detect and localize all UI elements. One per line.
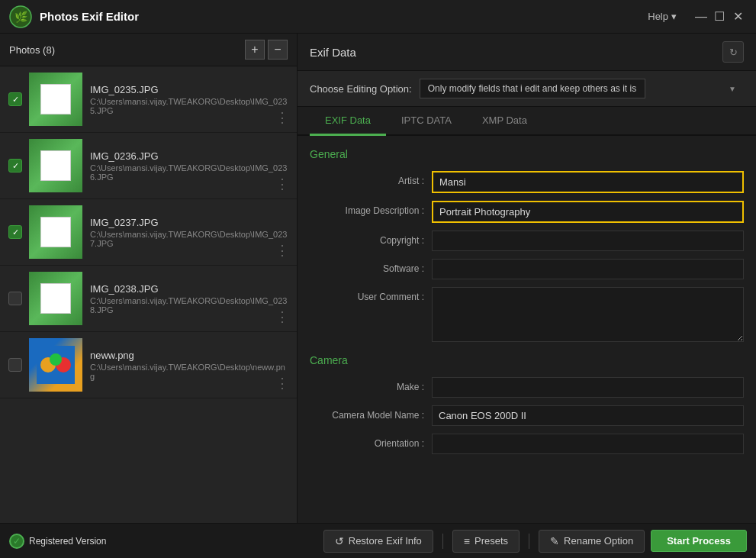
image-description-input[interactable]: [432, 201, 744, 223]
photo-checkbox-3[interactable]: ✓: [8, 224, 23, 240]
orientation-row: Orientation :: [310, 434, 744, 454]
software-input[interactable]: [432, 259, 744, 279]
make-label: Make :: [310, 377, 432, 392]
editing-option-select[interactable]: Only modify fields that i edit and keep …: [420, 79, 645, 98]
photo-filename: IMG_0237.JPG: [90, 217, 289, 228]
svg-text:🌿: 🌿: [14, 11, 28, 24]
separator-2: [529, 534, 529, 549]
photo-filename: neww.png: [90, 350, 289, 361]
editing-option-label: Choose Editing Option:: [310, 83, 412, 95]
make-row: Make :: [310, 377, 744, 398]
photo-filename: IMG_0238.JPG: [90, 283, 289, 295]
photo-path: C:\Users\mansi.vijay.TWEAKORG\Desktop\IM…: [90, 163, 289, 182]
minimize-button[interactable]: —: [692, 8, 710, 26]
right-panel: Exif Data ↻ Choose Editing Option: Only …: [298, 34, 756, 523]
photo-path: C:\Users\mansi.vijay.TWEAKORG\Desktop\IM…: [90, 97, 289, 115]
software-label: Software :: [310, 259, 432, 274]
orientation-input[interactable]: [432, 434, 744, 454]
tab-exif-data[interactable]: EXIF Data: [310, 107, 386, 136]
presets-button[interactable]: ≡ Presets: [452, 530, 520, 553]
registered-badge: ✓ Registered Version: [9, 534, 317, 549]
artist-label: Artist :: [310, 171, 432, 186]
photo-checkbox-5[interactable]: [8, 357, 23, 373]
app-title: Photos Exif Editor: [40, 10, 648, 23]
photos-count-label: Photos (8): [9, 44, 242, 56]
photos-list: ✓ IMG_0235.JPG C:\Users\mansi.vijay.TWEA…: [0, 66, 297, 523]
more-options-icon[interactable]: ⋮: [275, 242, 289, 259]
help-button[interactable]: Help ▾: [648, 11, 677, 22]
photo-thumbnail-4: [29, 272, 82, 325]
artist-row: Artist :: [310, 171, 744, 193]
form-area: General Artist : Image Description : Cop…: [298, 136, 756, 523]
separator: [442, 534, 443, 549]
general-section: General Artist : Image Description : Cop…: [310, 148, 744, 342]
list-item[interactable]: IMG_0238.JPG C:\Users\mansi.vijay.TWEAKO…: [0, 266, 297, 332]
software-row: Software :: [310, 259, 744, 279]
general-section-title: General: [310, 148, 744, 160]
rename-icon: ✎: [550, 535, 559, 547]
app-logo: 🌿: [9, 5, 32, 28]
close-button[interactable]: ✕: [729, 8, 747, 26]
camera-model-input[interactable]: [432, 405, 744, 426]
artist-input[interactable]: [432, 171, 744, 193]
photo-thumbnail-1: [29, 73, 82, 126]
more-options-icon[interactable]: ⋮: [275, 176, 289, 192]
list-item[interactable]: ✓ IMG_0237.JPG C:\Users\mansi.vijay.TWEA…: [0, 199, 297, 266]
remove-photo-button[interactable]: −: [268, 40, 288, 60]
start-process-button[interactable]: Start Process: [651, 530, 747, 552]
copyright-input[interactable]: [432, 231, 744, 251]
more-options-icon[interactable]: ⋮: [275, 375, 289, 392]
camera-model-label: Camera Model Name :: [310, 405, 432, 421]
camera-section-title: Camera: [310, 354, 744, 366]
list-item[interactable]: ✓ IMG_0236.JPG C:\Users\mansi.vijay.TWEA…: [0, 133, 297, 199]
exif-data-title: Exif Data: [310, 46, 356, 59]
list-item[interactable]: neww.png C:\Users\mansi.vijay.TWEAKORG\D…: [0, 332, 297, 398]
registered-label: Registered Version: [29, 536, 106, 547]
maximize-button[interactable]: ☐: [710, 8, 729, 26]
svg-point-5: [50, 353, 62, 366]
photo-checkbox-1[interactable]: ✓: [8, 92, 23, 107]
exif-header: Exif Data ↻: [298, 34, 756, 71]
photo-checkbox-2[interactable]: ✓: [8, 158, 23, 173]
photo-filename: IMG_0236.JPG: [90, 150, 289, 162]
orientation-label: Orientation :: [310, 434, 432, 449]
editing-option-select-wrapper: Only modify fields that i edit and keep …: [420, 79, 744, 98]
tabs-row: EXIF Data IPTC DATA XMP Data: [298, 107, 756, 136]
tab-xmp-data[interactable]: XMP Data: [467, 107, 542, 136]
camera-section: Camera Make : Camera Model Name : Orient…: [310, 354, 744, 454]
photo-path: C:\Users\mansi.vijay.TWEAKORG\Desktop\IM…: [90, 230, 289, 248]
photos-header: Photos (8) + −: [0, 34, 297, 66]
registered-icon: ✓: [9, 534, 24, 549]
refresh-button[interactable]: ↻: [722, 41, 744, 63]
restore-icon: ↺: [335, 535, 344, 547]
restore-exif-button[interactable]: ↺ Restore Exif Info: [323, 530, 433, 553]
title-bar: 🌿 Photos Exif Editor Help ▾ — ☐ ✕: [0, 0, 756, 34]
image-description-row: Image Description :: [310, 201, 744, 223]
editing-option-row: Choose Editing Option: Only modify field…: [298, 71, 756, 107]
photo-path: C:\Users\mansi.vijay.TWEAKORG\Desktop\ne…: [90, 363, 289, 381]
user-comment-label: User Comment :: [310, 287, 432, 302]
photo-thumbnail-5: [29, 338, 82, 392]
presets-icon: ≡: [464, 535, 470, 547]
copyright-label: Copyright :: [310, 231, 432, 246]
add-photo-button[interactable]: +: [245, 40, 265, 60]
left-panel: Photos (8) + − ✓ IMG_0235.JPG C:\Users\m…: [0, 34, 298, 523]
more-options-icon[interactable]: ⋮: [275, 109, 289, 126]
bottom-bar: ✓ Registered Version ↺ Restore Exif Info…: [0, 523, 756, 558]
user-comment-row: User Comment :: [310, 287, 744, 342]
photo-thumbnail-2: [29, 139, 82, 192]
camera-model-row: Camera Model Name :: [310, 405, 744, 426]
image-description-label: Image Description :: [310, 201, 432, 216]
photo-thumbnail-3: [29, 205, 82, 259]
user-comment-input[interactable]: [432, 287, 744, 342]
make-input[interactable]: [432, 377, 744, 398]
more-options-icon[interactable]: ⋮: [275, 308, 289, 325]
copyright-row: Copyright :: [310, 231, 744, 251]
main-layout: Photos (8) + − ✓ IMG_0235.JPG C:\Users\m…: [0, 34, 756, 523]
tab-iptc-data[interactable]: IPTC DATA: [386, 107, 467, 136]
photo-filename: IMG_0235.JPG: [90, 84, 289, 95]
rename-option-button[interactable]: ✎ Rename Option: [539, 530, 645, 553]
photo-checkbox-4[interactable]: [8, 291, 23, 306]
photo-path: C:\Users\mansi.vijay.TWEAKORG\Desktop\IM…: [90, 296, 289, 314]
list-item[interactable]: ✓ IMG_0235.JPG C:\Users\mansi.vijay.TWEA…: [0, 66, 297, 133]
